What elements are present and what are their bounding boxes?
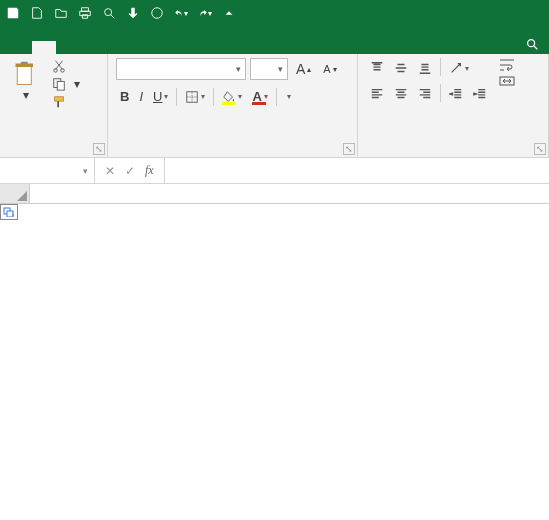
svg-rect-9 <box>55 97 64 101</box>
chevron-down-icon: ▾ <box>83 166 88 176</box>
name-box[interactable]: ▾ <box>0 158 95 183</box>
bold-button[interactable]: B <box>116 86 133 107</box>
italic-button[interactable]: I <box>135 86 147 107</box>
font-launcher-icon[interactable]: ⤡ <box>343 143 355 155</box>
align-middle-icon[interactable] <box>390 58 412 78</box>
separator <box>213 88 214 106</box>
decrease-indent-icon[interactable] <box>445 84 467 104</box>
ribbon-tabs <box>0 26 549 54</box>
clipboard-launcher-icon[interactable]: ⤡ <box>93 143 105 155</box>
quick-print-icon[interactable] <box>78 6 92 20</box>
orientation-icon[interactable]: ▾ <box>445 58 473 78</box>
decrease-font-icon[interactable]: A▾ <box>319 60 340 78</box>
chevron-down-icon: ▾ <box>232 64 241 74</box>
svg-rect-8 <box>57 81 64 90</box>
align-center-icon[interactable] <box>390 84 412 104</box>
underline-button[interactable]: U▾ <box>149 86 172 107</box>
open-icon[interactable] <box>54 6 68 20</box>
tab-formulas[interactable] <box>104 41 128 54</box>
group-alignment: ▾ ⤡ <box>358 54 549 157</box>
increase-indent-icon[interactable] <box>469 84 491 104</box>
spreadsheet-grid[interactable] <box>0 184 549 204</box>
fill-color-button[interactable]: ▾ <box>218 87 246 107</box>
ribbon: ▾ ▾ ⤡ ▾ ▾ A▴ A▾ B I U▾ ▾ ▾ A▾ ▾ <box>0 54 549 158</box>
cancel-formula-icon[interactable]: ✕ <box>105 164 115 178</box>
paste-button[interactable]: ▾ <box>8 58 44 110</box>
customize-qat-icon[interactable] <box>222 6 236 20</box>
tab-insert[interactable] <box>56 41 80 54</box>
separator <box>176 88 177 106</box>
svg-rect-13 <box>7 211 13 217</box>
group-clipboard: ▾ ▾ ⤡ <box>0 54 108 157</box>
tab-review[interactable] <box>152 41 176 54</box>
quick-access-toolbar: ▾ ▾ <box>0 0 549 26</box>
insert-function-icon[interactable]: fx <box>145 163 154 178</box>
tab-home[interactable] <box>32 41 56 54</box>
formula-input[interactable] <box>165 158 549 183</box>
align-bottom-icon[interactable] <box>414 58 436 78</box>
merge-center-button[interactable] <box>499 74 519 88</box>
format-painter-button[interactable] <box>50 94 82 110</box>
alignment-launcher-icon[interactable]: ⤡ <box>534 143 546 155</box>
tell-me-search-icon[interactable] <box>515 37 549 54</box>
separator <box>276 88 277 106</box>
copy-button[interactable]: ▾ <box>50 76 82 92</box>
touch-mode-icon[interactable] <box>126 6 140 20</box>
chevron-down-icon: ▾ <box>23 88 29 102</box>
align-left-icon[interactable] <box>366 84 388 104</box>
select-all-corner[interactable] <box>0 184 30 203</box>
align-right-icon[interactable] <box>414 84 436 104</box>
align-top-icon[interactable] <box>366 58 388 78</box>
tab-developer[interactable] <box>200 41 224 54</box>
increase-font-icon[interactable]: A▴ <box>292 58 315 80</box>
group-font: ▾ ▾ A▴ A▾ B I U▾ ▾ ▾ A▾ ▾ ⤡ <box>108 54 358 157</box>
enter-formula-icon[interactable]: ✓ <box>125 164 135 178</box>
chevron-down-icon: ▾ <box>274 64 283 74</box>
wrap-text-button[interactable] <box>499 58 519 72</box>
tab-data[interactable] <box>128 41 152 54</box>
borders-button[interactable]: ▾ <box>181 87 209 107</box>
redo-icon[interactable]: ▾ <box>198 6 212 20</box>
spelling-icon[interactable] <box>150 6 164 20</box>
new-icon[interactable] <box>30 6 44 20</box>
tab-pagelayout[interactable] <box>80 41 104 54</box>
svg-point-1 <box>528 40 535 47</box>
svg-point-0 <box>105 9 112 16</box>
svg-rect-4 <box>16 64 34 68</box>
print-preview-icon[interactable] <box>102 6 116 20</box>
undo-icon[interactable]: ▾ <box>174 6 188 20</box>
font-color-button[interactable]: A▾ <box>248 86 271 107</box>
cut-button[interactable] <box>50 58 82 74</box>
autofill-options-button[interactable] <box>0 204 18 220</box>
svg-rect-2 <box>17 65 31 84</box>
save-icon[interactable] <box>6 6 20 20</box>
font-name-combo[interactable]: ▾ <box>116 58 246 80</box>
formula-bar: ▾ ✕ ✓ fx <box>0 158 549 184</box>
phonetic-button[interactable]: ▾ <box>281 89 295 104</box>
separator <box>440 58 441 76</box>
tab-file[interactable] <box>8 41 32 54</box>
tab-view[interactable] <box>176 41 200 54</box>
font-size-combo[interactable]: ▾ <box>250 58 288 80</box>
separator <box>440 84 441 102</box>
